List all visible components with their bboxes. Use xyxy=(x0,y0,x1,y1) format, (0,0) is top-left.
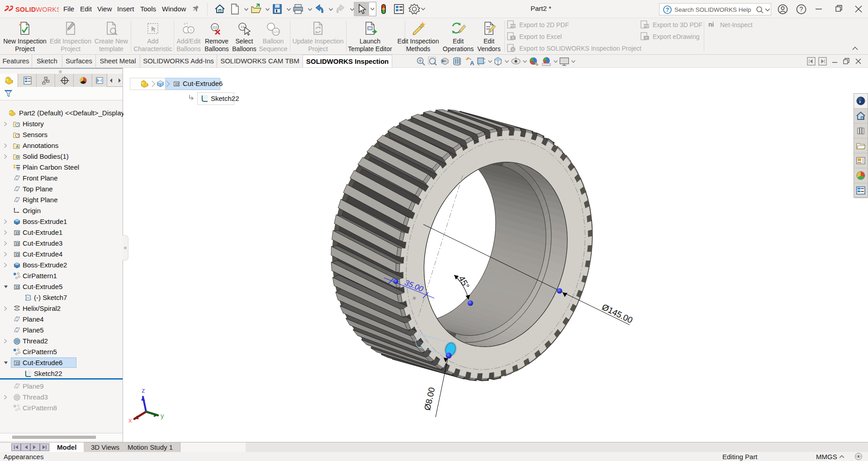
svg-text:123: 123 xyxy=(273,30,279,34)
svg-text:PDF: PDF xyxy=(510,24,516,28)
svg-text:A: A xyxy=(16,144,19,149)
svg-text:y: y xyxy=(161,412,164,419)
svg-text:?: ? xyxy=(800,5,803,13)
svg-text:PDF: PDF xyxy=(644,24,650,28)
svg-text:z: z xyxy=(142,386,145,394)
svg-text:?: ? xyxy=(666,7,669,13)
svg-text:S: S xyxy=(512,48,514,51)
svg-text:Ø145.00: Ø145.00 xyxy=(600,302,634,325)
svg-text:ni: ni xyxy=(708,21,714,28)
svg-text:1: 1 xyxy=(190,28,192,32)
svg-text:A: A xyxy=(470,60,474,67)
svg-text:SOLIDWORKS: SOLIDWORKS xyxy=(15,6,59,13)
svg-text:111: 111 xyxy=(212,25,218,29)
svg-text:e: e xyxy=(645,36,647,39)
svg-text:11: 11 xyxy=(241,25,245,29)
svg-text:x: x xyxy=(128,416,132,424)
svg-text:Ø8.00: Ø8.00 xyxy=(422,386,436,411)
svg-text:X: X xyxy=(512,36,514,39)
